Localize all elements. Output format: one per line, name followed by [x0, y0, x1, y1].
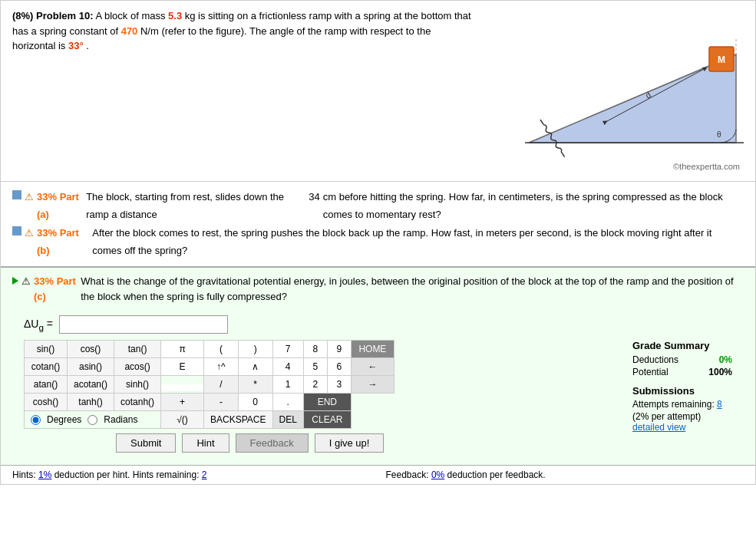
calc-dot[interactable]: . — [273, 394, 303, 410]
calc-1[interactable]: 1 — [273, 376, 303, 393]
calc-minus[interactable]: - — [204, 394, 238, 410]
grade-summary-panel: Grade Summary Deductions 0% Potential 10… — [632, 340, 732, 457]
feedback-pct[interactable]: 0% — [431, 469, 444, 480]
svg-text:M: M — [718, 54, 725, 65]
angle-value: 33° — [68, 40, 84, 51]
submit-button[interactable]: Submit — [116, 433, 176, 453]
calc-divide[interactable]: / — [204, 376, 238, 393]
grade-summary-title: Grade Summary — [632, 340, 732, 351]
radians-label: Radians — [104, 414, 137, 425]
calc-del[interactable]: DEL — [273, 411, 303, 428]
calc-acos[interactable]: acos() — [114, 358, 160, 375]
problem-title: Problem 10: — [36, 10, 93, 21]
per-attempt-text: (2% per attempt) — [632, 411, 732, 422]
triangle-icon — [12, 277, 18, 285]
calc-tan[interactable]: tan() — [114, 341, 160, 357]
degrees-label: Degrees — [47, 414, 81, 425]
feedback-label: Feedback: — [386, 469, 431, 480]
calc-acotan[interactable]: acotan() — [68, 376, 114, 393]
calc-empty — [161, 384, 203, 390]
mass-value: 5.3 — [168, 10, 182, 21]
submissions-title: Submissions — [632, 385, 732, 397]
calc-home[interactable]: HOME — [352, 341, 394, 357]
copyright-text: ©theexpertta.com — [483, 162, 744, 173]
answer-input[interactable] — [59, 315, 228, 334]
potential-label: Potential — [632, 367, 669, 377]
spring-constant-value: 470 — [121, 25, 138, 37]
calc-atan[interactable]: atan() — [25, 376, 67, 393]
svg-marker-0 — [529, 54, 736, 143]
calc-multiply[interactable]: * — [239, 376, 272, 393]
part-a-text: The block, starting from rest, slides do… — [86, 188, 305, 224]
calc-asin[interactable]: asin() — [68, 358, 114, 375]
hints-pct[interactable]: 1% — [38, 469, 51, 480]
part-c-warn-icon: ⚠ — [21, 274, 31, 290]
deductions-label: Deductions — [632, 354, 678, 365]
calc-caret[interactable]: ∧ — [239, 358, 272, 375]
problem-text1: A block of mass — [95, 10, 168, 21]
calc-up-arrow[interactable]: ↑^ — [204, 358, 238, 375]
part-b-status-icon — [12, 226, 21, 236]
part-a-warn-icon: ⚠ — [25, 188, 34, 206]
degrees-radio[interactable] — [31, 415, 41, 425]
calc-5[interactable]: 5 — [304, 358, 327, 375]
part-a-text2: cm before hitting the spring. How far, i… — [323, 188, 744, 224]
svg-line-2 — [540, 120, 543, 125]
calc-cotan[interactable]: cotan() — [25, 358, 67, 375]
calc-sin[interactable]: sin() — [25, 341, 67, 357]
feedback-text: deduction per feedback. — [444, 469, 545, 480]
calc-close-paren[interactable]: ) — [239, 341, 272, 357]
calc-0[interactable]: 0 — [239, 394, 272, 410]
calc-8[interactable]: 8 — [304, 341, 327, 357]
calc-right-arrow[interactable]: → — [352, 376, 394, 393]
calc-pi[interactable]: π — [161, 341, 203, 357]
calc-cos[interactable]: cos() — [68, 341, 114, 357]
part-b-warn-icon: ⚠ — [25, 224, 34, 242]
calc-plus[interactable]: + — [161, 394, 203, 410]
calc-open-paren[interactable]: ( — [204, 341, 238, 357]
calc-cosh[interactable]: cosh() — [25, 394, 67, 410]
calc-2[interactable]: 2 — [304, 376, 327, 393]
potential-value: 100% — [708, 367, 732, 377]
part-c-label: 33% Part (c) — [34, 274, 78, 306]
calc-tanh[interactable]: tanh() — [68, 394, 114, 410]
igiveup-button[interactable]: I give up! — [315, 433, 385, 453]
problem-prefix: (8%) — [12, 10, 33, 21]
calc-sqrt[interactable]: √() — [161, 411, 203, 428]
part-a-status-icon — [12, 190, 21, 199]
radians-radio[interactable] — [87, 415, 97, 425]
attempts-line: Attempts remaining: 8 — [632, 399, 732, 410]
attempts-value: 8 — [717, 399, 722, 410]
attempts-text: Attempts remaining: — [632, 399, 717, 410]
calculator: sin() cos() tan() π ( ) 7 8 9 HOME cotan… — [24, 340, 617, 457]
deductions-value: 0% — [719, 354, 732, 365]
calc-e[interactable]: E — [161, 358, 203, 375]
hints-bar: Hints: 1% deduction per hint. Hints rema… — [1, 465, 755, 484]
hints-text: deduction per hint. Hints remaining: — [51, 469, 201, 480]
part-a-label: 33% Part (a) — [37, 188, 83, 224]
calc-6[interactable]: 6 — [328, 358, 351, 375]
calc-9[interactable]: 9 — [328, 341, 351, 357]
detailed-view-link[interactable]: detailed view — [632, 422, 685, 433]
calc-clear[interactable]: CLEAR — [304, 411, 351, 428]
calc-backspace[interactable]: BACKSPACE — [204, 411, 272, 428]
calc-4[interactable]: 4 — [273, 358, 303, 375]
hints-remaining[interactable]: 2 — [202, 469, 207, 480]
calc-cotanh[interactable]: cotanh() — [114, 394, 160, 410]
calc-backspace-arrow[interactable]: ← — [352, 358, 394, 375]
part-c-text: What is the change of the gravitational … — [81, 274, 744, 306]
calc-3[interactable]: 3 — [328, 376, 351, 393]
feedback-button[interactable]: Feedback — [236, 433, 309, 453]
svg-line-3 — [561, 152, 564, 157]
part-b-text: After the block comes to rest, the sprin… — [92, 224, 744, 260]
svg-text:θ: θ — [717, 130, 721, 139]
hints-label: Hints: — [12, 469, 38, 480]
problem-text4: . — [86, 40, 89, 51]
calc-end[interactable]: END — [304, 394, 351, 410]
input-label: ΔUg = — [24, 318, 53, 332]
calc-7[interactable]: 7 — [273, 341, 303, 357]
part-b-label: 33% Part (b) — [37, 224, 89, 260]
hint-button[interactable]: Hint — [182, 433, 229, 453]
calc-sinh[interactable]: sinh() — [114, 376, 160, 393]
part-a-highlight: 34 — [309, 188, 319, 206]
